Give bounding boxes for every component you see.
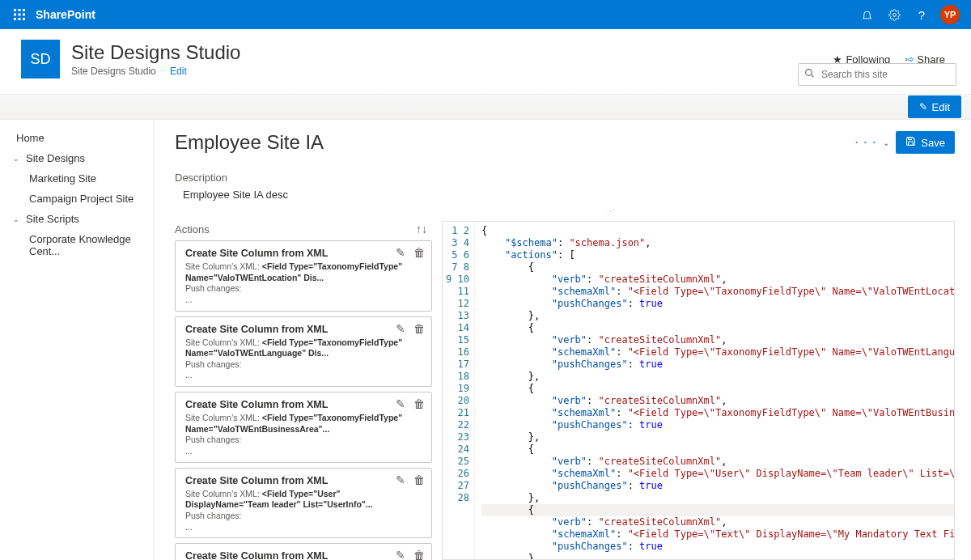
delete-icon[interactable]: 🗑 [413,322,425,335]
suite-name[interactable]: SharePoint [36,8,95,21]
nav-site-designs[interactable]: ⌄Site Designs [13,148,153,168]
svg-rect-8 [23,18,25,20]
svg-rect-0 [14,9,16,11]
settings-icon[interactable] [880,0,908,29]
description-value: Employee Site IA desc [175,189,955,201]
site-subtitle: Site Designs Studio Edit [71,66,240,77]
actions-list[interactable]: ✎🗑Create Site Column from XMLSite Column… [175,240,432,560]
chevron-down-icon: ⌄ [13,215,23,223]
waffle-icon[interactable] [6,2,32,28]
description-label: Description [175,172,955,184]
card-body: Site Column's XML: <Field Type="User" Di… [185,489,423,533]
body: Home ⌄Site Designs Marketing Site Campai… [0,120,971,560]
svg-rect-7 [19,18,21,20]
gutter: 1 2 3 4 5 6 7 8 9 10 11 12 13 14 15 16 1… [443,222,475,559]
search-wrap [798,63,956,86]
edit-icon[interactable]: ✎ [396,397,405,410]
actions-column: Actions ↑↓ ✎🗑Create Site Column from XML… [175,221,432,560]
save-button[interactable]: Save [896,131,955,154]
sort-icon[interactable]: ↑↓ [416,223,427,235]
card-title: Create Site Column from XML [185,248,423,259]
code-body[interactable]: { "$schema": "schema.json", "actions": [… [475,222,954,559]
nav-home[interactable]: Home [13,128,153,148]
help-icon[interactable]: ? [908,0,935,29]
search-icon [804,68,815,81]
edit-icon[interactable]: ✎ [396,322,405,335]
resize-handle-icon[interactable]: ⋰ [175,207,955,216]
delete-icon[interactable]: 🗑 [413,473,425,486]
svg-rect-2 [23,9,25,11]
chevron-down-icon[interactable]: ⌄ [883,138,889,147]
chevron-down-icon: ⌄ [13,155,23,163]
edit-icon[interactable]: ✎ [396,549,405,560]
site-edit-link[interactable]: Edit [170,66,187,77]
svg-rect-1 [19,9,21,11]
card-title: Create Site Column from XML [185,324,423,335]
left-nav: Home ⌄Site Designs Marketing Site Campai… [0,120,154,560]
code-editor[interactable]: 1 2 3 4 5 6 7 8 9 10 11 12 13 14 15 16 1… [442,221,955,560]
action-card[interactable]: ✎🗑Create Site Column from XMLSite Column… [175,543,432,560]
action-card[interactable]: ✎🗑Create Site Column from XMLSite Column… [175,468,432,539]
svg-point-9 [893,13,896,16]
delete-icon[interactable]: 🗑 [413,246,425,259]
nav-marketing-site[interactable]: Marketing Site [13,168,153,189]
command-bar: ✎ Edit [0,94,971,120]
edit-page-button[interactable]: ✎ Edit [908,95,961,118]
avatar[interactable]: YP [940,5,960,24]
edit-icon: ✎ [919,101,927,112]
edit-icon[interactable]: ✎ [396,246,405,259]
suite-bar: SharePoint ? YP [0,0,971,29]
nav-site-scripts[interactable]: ⌄Site Scripts [13,209,153,229]
edit-icon[interactable]: ✎ [396,473,405,486]
card-body: Site Column's XML: <Field Type="Taxonomy… [185,337,423,382]
action-card[interactable]: ✎🗑Create Site Column from XMLSite Column… [175,240,432,312]
card-body: Site Column's XML: <Field Type="Taxonomy… [185,261,423,306]
card-title: Create Site Column from XML [185,475,423,486]
svg-line-11 [811,74,813,77]
card-body: Site Column's XML: <Field Type="Taxonomy… [185,413,423,457]
delete-icon[interactable]: 🗑 [413,397,425,410]
site-logo[interactable]: SD [21,40,60,78]
svg-rect-5 [23,14,25,16]
card-title: Create Site Column from XML [185,399,423,410]
card-title: Create Site Column from XML [185,550,423,560]
split-panel: Actions ↑↓ ✎🗑Create Site Column from XML… [175,221,955,560]
action-card[interactable]: ✎🗑Create Site Column from XMLSite Column… [175,392,432,463]
nav-campaign-site[interactable]: Campaign Project Site [13,189,153,209]
main-content: Employee Site IA · · · ⌄ Save Descriptio… [154,120,971,560]
svg-rect-4 [19,14,21,16]
svg-point-10 [806,70,812,76]
nav-corp-knowledge[interactable]: Corporate Knowledge Cent... [13,229,153,261]
search-input[interactable] [798,63,956,86]
svg-rect-6 [14,18,16,20]
svg-rect-3 [14,14,16,16]
action-card[interactable]: ✎🗑Create Site Column from XMLSite Column… [175,316,432,388]
actions-label: Actions [175,223,210,235]
save-icon [905,136,916,149]
delete-icon[interactable]: 🗑 [413,549,425,560]
notifications-icon[interactable] [853,0,880,29]
more-actions-button[interactable]: · · · [854,135,876,150]
page-title: Employee Site IA [175,131,324,154]
site-title[interactable]: Site Designs Studio [71,41,240,65]
